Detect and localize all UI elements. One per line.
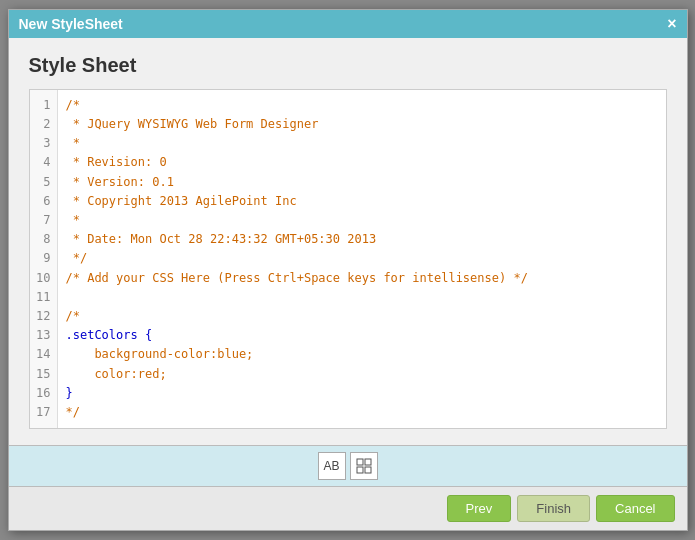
line-number: 7: [36, 211, 51, 230]
code-line: /* Add your CSS Here (Press Ctrl+Space k…: [66, 269, 658, 288]
code-line: */: [66, 403, 658, 422]
line-number: 17: [36, 403, 51, 422]
line-number: 4: [36, 153, 51, 172]
code-line: *: [66, 211, 658, 230]
line-numbers: 1234567891011121314151617: [30, 90, 58, 428]
finish-button[interactable]: Finish: [517, 495, 590, 522]
line-number: 9: [36, 249, 51, 268]
line-number: 6: [36, 192, 51, 211]
svg-rect-0: [357, 459, 363, 465]
code-line: * Copyright 2013 AgilePoint Inc: [66, 192, 658, 211]
line-number: 11: [36, 288, 51, 307]
svg-rect-1: [365, 459, 371, 465]
section-title: Style Sheet: [29, 54, 667, 77]
grid-icon: [356, 458, 372, 474]
close-button[interactable]: ×: [667, 16, 676, 32]
ab-button[interactable]: AB: [318, 452, 346, 480]
line-number: 2: [36, 115, 51, 134]
code-line: }: [66, 384, 658, 403]
svg-rect-2: [357, 467, 363, 473]
svg-rect-3: [365, 467, 371, 473]
code-line: .setColors {: [66, 326, 658, 345]
line-number: 15: [36, 365, 51, 384]
code-line: color:red;: [66, 365, 658, 384]
code-line: * JQuery WYSIWYG Web Form Designer: [66, 115, 658, 134]
code-line: /*: [66, 96, 658, 115]
grid-button[interactable]: [350, 452, 378, 480]
code-line: */: [66, 249, 658, 268]
line-number: 1: [36, 96, 51, 115]
code-line: /*: [66, 307, 658, 326]
code-line: background-color:blue;: [66, 345, 658, 364]
title-bar: New StyleSheet ×: [9, 10, 687, 38]
code-editor[interactable]: 1234567891011121314151617 /* * JQuery WY…: [29, 89, 667, 429]
dialog-body: Style Sheet 1234567891011121314151617 /*…: [9, 38, 687, 445]
code-line: *: [66, 134, 658, 153]
code-line: * Version: 0.1: [66, 173, 658, 192]
code-line: [66, 288, 658, 307]
code-line: * Revision: 0: [66, 153, 658, 172]
line-number: 14: [36, 345, 51, 364]
toolbar: AB: [9, 445, 687, 486]
dialog-footer: Prev Finish Cancel: [9, 486, 687, 530]
code-content[interactable]: /* * JQuery WYSIWYG Web Form Designer * …: [58, 90, 666, 428]
line-number: 10: [36, 269, 51, 288]
dialog-title: New StyleSheet: [19, 16, 123, 32]
line-number: 3: [36, 134, 51, 153]
line-number: 8: [36, 230, 51, 249]
cancel-button[interactable]: Cancel: [596, 495, 674, 522]
prev-button[interactable]: Prev: [447, 495, 512, 522]
line-number: 16: [36, 384, 51, 403]
line-number: 5: [36, 173, 51, 192]
line-number: 12: [36, 307, 51, 326]
line-number: 13: [36, 326, 51, 345]
code-line: * Date: Mon Oct 28 22:43:32 GMT+05:30 20…: [66, 230, 658, 249]
dialog-container: New StyleSheet × Style Sheet 12345678910…: [8, 9, 688, 531]
